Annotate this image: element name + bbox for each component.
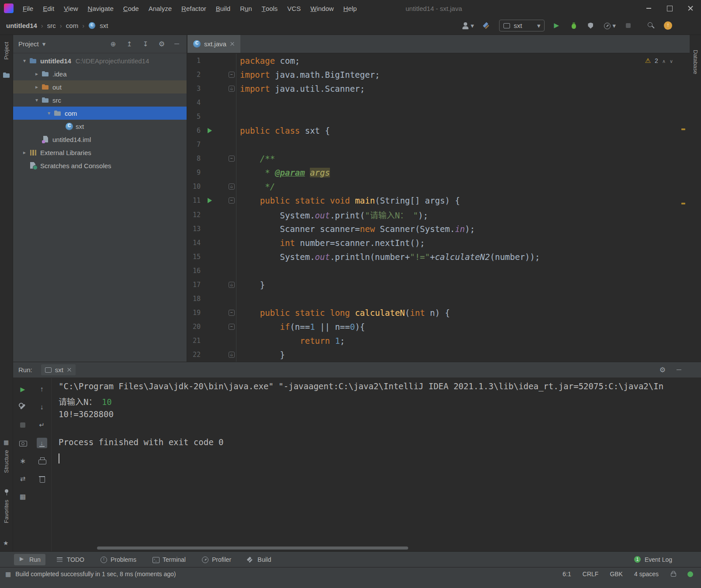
code-text[interactable]: * @param args xyxy=(236,168,330,177)
close-tab-icon[interactable] xyxy=(230,42,235,46)
chevron-right-icon[interactable] xyxy=(32,71,41,77)
toolwindow-todo[interactable]: TODO xyxy=(52,554,89,565)
fold-gutter[interactable] xyxy=(219,348,236,362)
code-text[interactable]: import java.util.Scanner; xyxy=(236,84,365,93)
run-gutter-icon[interactable] xyxy=(201,128,219,133)
chevron-down-icon[interactable] xyxy=(42,40,46,48)
close-run-tab-icon[interactable] xyxy=(67,367,72,372)
run-line-icon[interactable] xyxy=(208,128,212,133)
file-encoding[interactable]: GBK xyxy=(610,571,623,578)
debug-button[interactable] xyxy=(570,22,578,30)
chevron-down-icon[interactable] xyxy=(471,22,474,30)
toolwindow-terminal[interactable]: Terminal xyxy=(147,554,191,565)
print-icon[interactable] xyxy=(37,456,47,466)
chevron-down-icon[interactable] xyxy=(20,58,29,64)
next-warning-icon[interactable] xyxy=(670,57,673,64)
menu-run[interactable]: Run xyxy=(235,0,257,17)
statusbar-message[interactable]: Build completed successfully in 1 sec, 8… xyxy=(15,571,176,578)
collapse-all-icon[interactable] xyxy=(142,40,149,48)
search-icon[interactable] xyxy=(647,22,655,30)
fold-start-icon[interactable] xyxy=(229,324,235,330)
line-ending[interactable]: CRLF xyxy=(583,571,599,578)
fold-gutter[interactable] xyxy=(219,194,236,208)
code-text[interactable]: } xyxy=(236,280,265,290)
console-line[interactable]: 请输入N： 10 xyxy=(59,395,701,409)
code-text[interactable]: public static void main(String[] args) { xyxy=(236,196,460,205)
console-line[interactable]: Process finished with exit code 0 xyxy=(59,437,701,451)
menu-analyze[interactable]: Analyze xyxy=(144,0,177,17)
fold-start-icon[interactable] xyxy=(229,156,235,162)
editor-scrollbar-mark-1[interactable] xyxy=(681,128,685,130)
project-header-title[interactable]: Project xyxy=(18,40,39,48)
tab-sxt-java[interactable]: sxt.java xyxy=(187,35,240,53)
console-line[interactable]: "C:\Program Files\Java\jdk-20\bin\java.e… xyxy=(59,381,701,395)
event-log-button[interactable]: 1 Event Log xyxy=(634,556,672,563)
menu-vcs[interactable]: VCS xyxy=(282,0,305,17)
code-text[interactable]: } xyxy=(236,350,285,360)
fold-end-icon[interactable] xyxy=(229,183,235,190)
fold-start-icon[interactable] xyxy=(229,197,235,204)
scroll-to-end-icon[interactable] xyxy=(37,438,47,448)
menu-edit[interactable]: Edit xyxy=(38,0,59,17)
toolwindow-problems[interactable]: Problems xyxy=(95,554,141,565)
stripe-project-button[interactable]: Project xyxy=(3,42,10,59)
console-line[interactable] xyxy=(59,423,701,437)
attach-detach-icon[interactable] xyxy=(17,474,28,484)
run-button[interactable] xyxy=(553,22,561,30)
prev-warning-icon[interactable] xyxy=(662,57,666,64)
fold-gutter[interactable] xyxy=(219,306,236,320)
tree-item-external-libraries[interactable]: External Libraries xyxy=(13,146,187,159)
tree-item-sxt[interactable]: sxt xyxy=(13,120,187,133)
tree-item-untitled14-iml[interactable]: untitled14.iml xyxy=(13,133,187,146)
run-line-icon[interactable] xyxy=(208,198,212,203)
breadcrumb-item[interactable]: src xyxy=(47,22,56,29)
fold-end-icon[interactable] xyxy=(229,282,235,288)
capture-snapshot-icon[interactable] xyxy=(17,438,28,448)
fold-end-icon[interactable] xyxy=(229,352,235,358)
close-button[interactable] xyxy=(680,0,701,17)
fold-gutter[interactable] xyxy=(219,320,236,334)
chevron-down-icon[interactable] xyxy=(612,22,616,30)
breadcrumb-item[interactable]: com xyxy=(66,22,78,29)
maximize-button[interactable] xyxy=(659,0,680,17)
restore-layout-icon[interactable] xyxy=(17,491,28,502)
rerun-button[interactable] xyxy=(17,384,28,394)
code-text[interactable]: package com; xyxy=(236,56,300,66)
star-icon[interactable]: ★ xyxy=(3,540,9,546)
tree-item--idea[interactable]: .idea xyxy=(13,67,187,80)
clear-console-icon[interactable] xyxy=(37,474,47,484)
menu-build[interactable]: Build xyxy=(211,0,235,17)
locate-file-icon[interactable] xyxy=(110,40,117,48)
code-text[interactable]: public class sxt { xyxy=(236,126,330,135)
code-text[interactable]: */ xyxy=(236,182,275,191)
menu-help[interactable]: Help xyxy=(339,0,362,17)
soft-wrap-icon[interactable] xyxy=(37,420,47,430)
tree-item-src[interactable]: src xyxy=(13,93,187,107)
structure-icon[interactable]: ▦ xyxy=(3,439,9,446)
fold-gutter[interactable] xyxy=(219,68,236,82)
dump-threads-icon[interactable] xyxy=(17,456,28,466)
code-text[interactable]: Scanner scanner=new Scanner(System.in); xyxy=(236,224,475,234)
code-text[interactable]: return 1; xyxy=(236,336,345,346)
chevron-down-icon[interactable] xyxy=(32,97,41,103)
breadcrumb-item[interactable]: untitled14 xyxy=(6,22,37,29)
chevron-down-icon[interactable] xyxy=(45,110,53,116)
tree-item-com[interactable]: com xyxy=(13,107,187,120)
fold-end-icon[interactable] xyxy=(229,86,235,92)
chevron-right-icon[interactable] xyxy=(32,84,41,90)
fold-gutter[interactable] xyxy=(219,82,236,96)
modify-run-config-icon[interactable] xyxy=(17,402,28,412)
editor-scrollbar-mark-2[interactable] xyxy=(681,203,685,204)
tree-item-untitled14[interactable]: untitled14C:\IDEAproject\untitled14 xyxy=(13,54,187,67)
code-text[interactable]: System.out.print("请输入N： "); xyxy=(236,209,428,221)
menu-tools[interactable]: Tools xyxy=(257,0,283,17)
minimize-button[interactable] xyxy=(638,0,659,17)
toolwindow-profiler[interactable]: Profiler xyxy=(197,554,236,565)
console-panel[interactable]: "C:\Program Files\Java\jdk-20\bin\java.e… xyxy=(52,378,701,552)
menu-window[interactable]: Window xyxy=(305,0,338,17)
run-tab-sxt[interactable]: sxt xyxy=(41,364,76,375)
stripe-structure-button[interactable]: Structure xyxy=(3,450,10,473)
user-icon[interactable] xyxy=(462,22,469,30)
inspection-widget[interactable]: 2 xyxy=(645,57,673,65)
down-stack-icon[interactable] xyxy=(37,402,47,412)
